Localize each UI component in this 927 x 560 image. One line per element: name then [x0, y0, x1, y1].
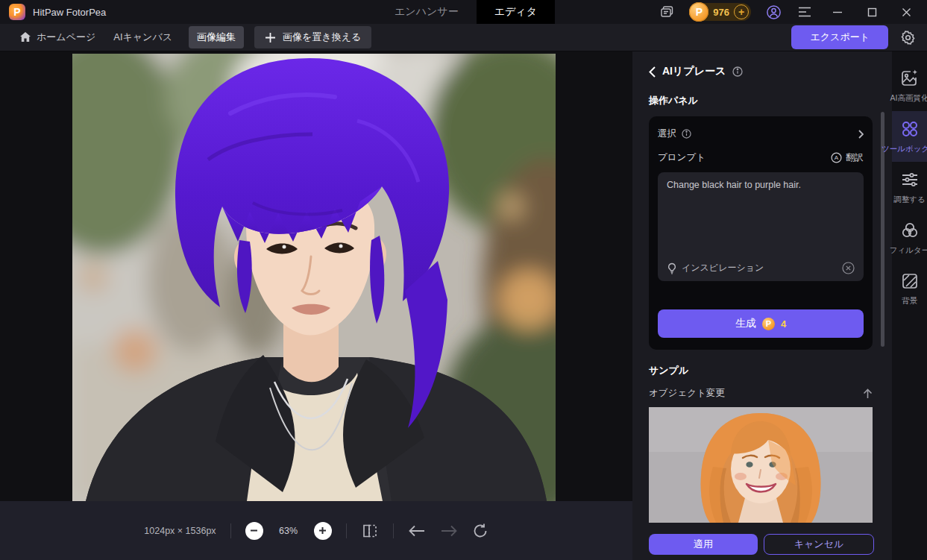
- sidebar-item-ai-enhance[interactable]: AI高画質化: [892, 60, 927, 111]
- chevron-right-icon: [858, 130, 864, 139]
- prompt-label: プロンプト: [658, 151, 706, 164]
- close-button[interactable]: [896, 1, 917, 22]
- zoom-out-button[interactable]: [245, 522, 263, 540]
- prompt-row: プロンプト A 翻訳: [658, 151, 864, 164]
- sample-image-object-change[interactable]: [649, 407, 873, 523]
- tools-sidebar: AI高画質化 ツールボックス 調整する フィルター 背景: [892, 51, 927, 560]
- home-label: ホームページ: [37, 31, 95, 44]
- operations-section-title: 操作パネル: [649, 94, 873, 107]
- undo-icon[interactable]: [408, 524, 426, 538]
- maximize-button[interactable]: [861, 1, 882, 22]
- feedback-icon[interactable]: [658, 3, 676, 21]
- editor-canvas[interactable]: [0, 51, 632, 501]
- lightbulb-icon: [667, 262, 677, 274]
- portrait-purple-hair-man: [72, 54, 556, 501]
- sidebar-item-label: フィルター: [890, 245, 927, 256]
- select-label: 選択: [658, 128, 676, 140]
- ai-canvas-label: AIキャンバス: [113, 31, 172, 44]
- toolbox-icon: [900, 119, 920, 139]
- compare-icon[interactable]: [361, 522, 379, 540]
- generate-cost: 4: [781, 318, 786, 330]
- export-button[interactable]: エクスポート: [791, 25, 888, 49]
- ai-enhance-icon: [900, 69, 920, 88]
- edited-photo[interactable]: [72, 54, 556, 501]
- app-title: HitPaw FotorPea: [33, 7, 106, 18]
- panel-title: AIリプレース: [662, 65, 726, 78]
- sidebar-item-label: 調整する: [893, 195, 926, 205]
- inspiration-button[interactable]: インスピレーション: [667, 262, 764, 274]
- svg-text:A: A: [835, 154, 839, 161]
- settings-gear-icon[interactable]: [899, 28, 917, 46]
- menu-icon[interactable]: [796, 3, 814, 21]
- image-dimensions: 1024px × 1536px: [144, 526, 216, 536]
- ai-canvas-nav[interactable]: AIキャンバス: [113, 31, 172, 44]
- collapse-up-icon[interactable]: [863, 388, 873, 399]
- plus-icon: [265, 32, 276, 43]
- sample-category-label: オブジェクト変更: [649, 387, 725, 400]
- tab-editor[interactable]: エディタ: [477, 0, 555, 24]
- divider: [346, 523, 347, 538]
- sidebar-item-label: 背景: [902, 296, 917, 306]
- redo-icon[interactable]: [440, 524, 458, 538]
- back-icon[interactable]: [649, 66, 656, 78]
- generate-label: 生成: [735, 317, 756, 330]
- title-bar: P HitPaw FotorPea エンハンサー エディタ P 976 +: [0, 0, 927, 24]
- zoom-level: 63%: [277, 526, 300, 536]
- operations-card: 選択 プロンプト A 翻訳 Change black hair to pur: [649, 116, 873, 350]
- apply-button[interactable]: 適用: [649, 534, 758, 555]
- translate-icon: A: [831, 152, 842, 163]
- sidebar-item-label: ツールボックス: [882, 144, 927, 154]
- prompt-input[interactable]: Change black hair to purple hair.: [667, 179, 855, 262]
- zoom-in-button[interactable]: [314, 522, 332, 540]
- credits-count: 976: [713, 7, 729, 18]
- status-bar: 1024px × 1536px 63%: [0, 501, 632, 560]
- home-nav[interactable]: ホームページ: [19, 31, 95, 44]
- filter-icon: [900, 221, 920, 240]
- sidebar-item-adjust[interactable]: 調整する: [892, 162, 927, 213]
- coin-icon: P: [762, 318, 775, 330]
- translate-button[interactable]: A 翻訳: [831, 151, 864, 164]
- sample-portrait-orange-hair-woman: [649, 407, 873, 523]
- app-logo-icon: P: [9, 4, 25, 20]
- tab-enhancer[interactable]: エンハンサー: [377, 0, 477, 24]
- add-credits-icon[interactable]: +: [734, 4, 749, 19]
- adjust-icon: [900, 170, 920, 189]
- inspiration-label: インスピレーション: [682, 262, 764, 274]
- home-icon: [19, 31, 31, 43]
- ai-replace-panel: AIリプレース 操作パネル 選択 プロンプト: [632, 51, 892, 560]
- coin-icon: P: [689, 2, 708, 22]
- credits-badge[interactable]: P 976 +: [689, 3, 751, 21]
- clear-prompt-icon[interactable]: [842, 262, 855, 274]
- generate-button[interactable]: 生成 P 4: [658, 309, 864, 338]
- background-icon: [900, 271, 920, 291]
- replace-image-button[interactable]: 画像を置き換える: [254, 26, 371, 48]
- divider: [393, 523, 394, 538]
- sidebar-item-background[interactable]: 背景: [892, 263, 927, 314]
- replace-image-label: 画像を置き換える: [283, 31, 361, 44]
- divider: [230, 523, 231, 538]
- mode-tabs: エンハンサー エディタ: [377, 0, 555, 24]
- samples-section-title: サンプル: [649, 364, 873, 377]
- minimize-button[interactable]: [827, 1, 848, 22]
- account-avatar-icon[interactable]: [764, 3, 782, 21]
- toolbar: ホームページ AIキャンバス 画像編集 画像を置き換える エクスポート: [0, 24, 927, 51]
- sidebar-item-filter[interactable]: フィルター: [892, 213, 927, 263]
- sidebar-item-label: AI高画質化: [890, 93, 927, 104]
- prompt-box: Change black hair to purple hair. インスピレー…: [658, 172, 864, 281]
- select-row[interactable]: 選択: [658, 128, 864, 140]
- translate-label: 翻訳: [846, 151, 864, 164]
- image-edit-chip[interactable]: 画像編集: [189, 26, 244, 48]
- reset-icon[interactable]: [472, 523, 488, 539]
- sidebar-item-toolbox[interactable]: ツールボックス: [892, 111, 927, 162]
- cancel-button[interactable]: キャンセル: [764, 534, 874, 555]
- select-info-icon[interactable]: [682, 129, 691, 139]
- info-icon[interactable]: [732, 66, 743, 77]
